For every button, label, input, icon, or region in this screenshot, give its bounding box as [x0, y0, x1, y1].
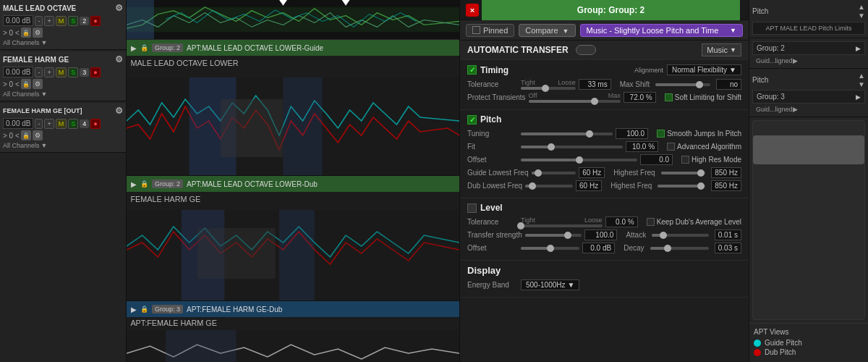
keep-avg-checkbox[interactable] [647, 218, 655, 226]
ch2-mute-btn[interactable]: M [56, 67, 67, 77]
decay-slider[interactable] [650, 247, 709, 250]
apt-controls-bar: Pinned Compare ▼ Music - Slightly Loose … [460, 20, 749, 41]
dub-lowest-slider[interactable] [525, 185, 573, 188]
level-label-text: Level [480, 203, 503, 213]
track3-waveform[interactable]: APT:FEMALE HARM GE [127, 317, 459, 362]
ch1-settings-icon[interactable]: ⚙ [115, 3, 123, 13]
ch1-mute-btn[interactable]: M [56, 16, 67, 26]
ch1-db[interactable]: 0.00 dB [3, 15, 33, 26]
max-shift-slider[interactable] [655, 83, 710, 86]
offset-value[interactable]: 0.0 [640, 154, 673, 165]
transfer-slider[interactable] [525, 234, 582, 237]
fit-slider[interactable] [521, 146, 623, 148]
compare-btn[interactable]: Compare ▼ [519, 24, 575, 37]
guide-lowest-value[interactable]: 60 Hz [579, 167, 605, 178]
preset-dropdown[interactable]: Music - Slightly Loose Pitch and Time ▼ [580, 24, 744, 37]
pitch-up-arrow[interactable]: ▲ [858, 3, 865, 11]
ch3-settings-icon[interactable]: ⚙ [115, 106, 123, 116]
ch1-plus-btn[interactable]: + [44, 16, 54, 26]
fit-value[interactable]: 10.0 % [626, 141, 658, 152]
ch3-plus-btn[interactable]: + [44, 119, 54, 129]
tolerance-slider[interactable] [521, 87, 576, 90]
ch2-minus-btn[interactable]: - [35, 67, 43, 77]
ch3-lock-icon[interactable]: 🔒 [21, 130, 31, 140]
ch2-db[interactable]: 0.00 dB [3, 67, 33, 77]
ch2-lock-icon[interactable]: 🔒 [21, 79, 31, 89]
level-offset-value[interactable]: 0.0 dB [582, 243, 615, 253]
tolerance-value[interactable]: 33 ms [579, 79, 611, 90]
ch1-all-ch-arrow[interactable]: ▼ [41, 39, 48, 46]
transfer-value[interactable]: 100.0 [584, 230, 617, 240]
ch3-settings2-icon[interactable]: ⚙ [33, 130, 43, 140]
attack-slider[interactable] [652, 234, 709, 237]
dub-highest-slider[interactable] [658, 185, 705, 188]
pitch-down-arrow[interactable]: ▼ [858, 12, 865, 20]
compare-label: Compare [525, 26, 558, 35]
tuning-slider[interactable] [521, 132, 613, 135]
auto-transfer-toggle[interactable] [576, 45, 596, 55]
apt-close-btn[interactable]: × [466, 4, 479, 17]
protect-value[interactable]: 72.0 % [624, 92, 656, 103]
smooth-jumps-checkbox[interactable] [657, 130, 665, 138]
level-tolerance-value[interactable]: 0.0 % [605, 216, 638, 227]
alignment-dropdown[interactable]: Normal Flexibility ▼ [667, 64, 741, 75]
guide-lowest-slider[interactable] [532, 172, 576, 174]
ch2-settings2-icon[interactable]: ⚙ [33, 79, 43, 89]
track2-waveform[interactable]: FEMALE HARM GE [127, 192, 459, 300]
high-res-checkbox[interactable] [681, 156, 689, 164]
track2-play-btn[interactable]: ▶ [131, 180, 137, 188]
ch1-record-btn[interactable]: ● [90, 16, 100, 26]
offset-slider[interactable] [521, 159, 637, 161]
ch2-solo-btn[interactable]: S [68, 67, 78, 77]
level-offset-slider[interactable] [521, 247, 579, 250]
protect-slider[interactable] [529, 100, 621, 103]
ch3-record-btn[interactable]: ● [90, 119, 100, 129]
ch3-minus-btn[interactable]: - [35, 119, 43, 129]
pitch-g3-up[interactable]: ▲ [858, 72, 865, 80]
ch1-settings2-icon[interactable]: ⚙ [33, 28, 43, 38]
ch3-all-ch-arrow[interactable]: ▼ [41, 142, 48, 149]
music-dropdown[interactable]: Music ▼ [702, 43, 741, 56]
track1-play-btn[interactable]: ▶ [131, 44, 137, 52]
max-shift-value[interactable]: no [716, 79, 741, 90]
ch1-solo-btn[interactable]: S [68, 16, 78, 26]
pitch-section: Pitch Tuning 100.0 Smooth Jumps In Pitch… [460, 110, 749, 198]
decay-value[interactable]: 0.03 s [715, 243, 741, 253]
level-tolerance-slider[interactable] [521, 224, 603, 227]
ch2-all-ch-arrow[interactable]: ▼ [41, 90, 48, 98]
ch3-mute-btn[interactable]: M [56, 119, 67, 129]
energy-band-dropdown[interactable]: 500-1000Hz ▼ [521, 279, 579, 290]
ch2-plus-btn[interactable]: + [44, 67, 54, 77]
pitch-checkbox[interactable] [467, 115, 477, 125]
guide-highest-slider[interactable] [661, 172, 706, 174]
ch2-record-btn[interactable]: ● [90, 67, 100, 77]
ch1-minus-btn[interactable]: - [35, 16, 43, 26]
ch1-lock-icon[interactable]: 🔒 [21, 28, 31, 38]
guide-highest-value[interactable]: 850 Hz [711, 167, 741, 178]
off-max-labels: Off Max [529, 92, 621, 99]
pinned-btn[interactable]: Pinned [466, 24, 514, 37]
track3-play-btn[interactable]: ▶ [131, 306, 137, 313]
ch2-settings-icon[interactable]: ⚙ [115, 54, 123, 64]
dub-highest-value[interactable]: 850 Hz [711, 180, 741, 191]
timing-checkbox[interactable] [467, 65, 477, 75]
tuning-value[interactable]: 100.0 [616, 128, 648, 139]
svg-rect-10 [221, 99, 284, 157]
ch3-db[interactable]: 0.00 dB [3, 118, 33, 129]
pitch-top-row: Pitch ▲ ▼ [752, 3, 865, 20]
apt-panel: × Group: Group: 2 Pinned Compare ▼ Music… [459, 0, 749, 362]
advanced-algo-checkbox[interactable] [667, 143, 675, 151]
group2-item[interactable]: Group: 2 ▶ [752, 41, 865, 55]
pitch-g3-down[interactable]: ▼ [858, 80, 865, 88]
track1-waveform[interactable]: MALE LEAD OCTAVE LOWER [127, 56, 459, 175]
group3-item[interactable]: Group: 3 ▶ [752, 90, 865, 104]
attack-value[interactable]: 0.01 s [715, 230, 741, 240]
dub-lowest-value[interactable]: 60 Hz [576, 180, 602, 191]
ch3-solo-btn[interactable]: S [68, 119, 78, 129]
ch1-pitch-controls: > 0 < 🔒 ⚙ [3, 28, 123, 38]
soft-limiting-checkbox[interactable] [665, 93, 673, 101]
level-checkbox[interactable] [467, 203, 477, 213]
right-scrollbar[interactable] [752, 120, 865, 320]
ch3-controls: 0.00 dB - + M S 4 ● [3, 118, 123, 129]
track3-lock-icon: 🔒 [140, 306, 148, 313]
